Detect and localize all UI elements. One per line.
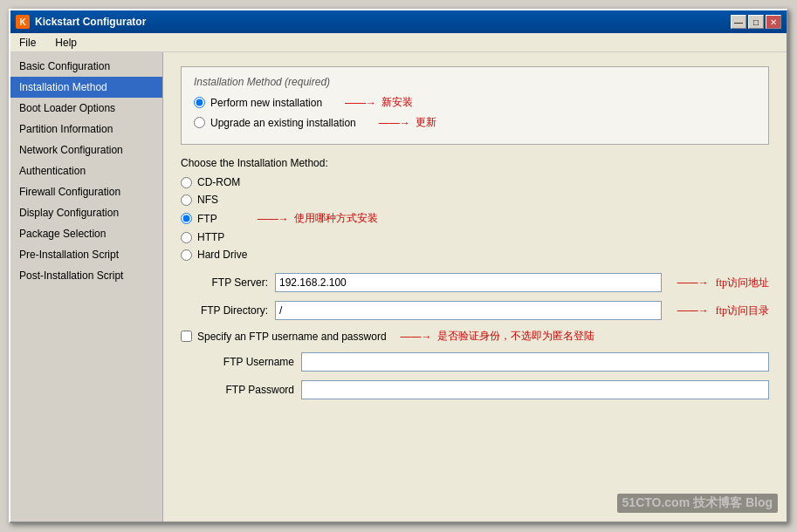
ftp-server-label: FTP Server:	[181, 276, 268, 289]
radio-row-harddrive: Hard Drive	[181, 249, 769, 261]
radio-harddrive[interactable]	[181, 249, 192, 261]
radio-row-ftp: FTP ——→ 使用哪种方式安装	[181, 211, 769, 226]
sidebar-item-bootloader[interactable]: Boot Loader Options	[10, 98, 162, 119]
sidebar-item-auth[interactable]: Authentication	[10, 160, 162, 181]
radio-row-http: HTTP	[181, 231, 769, 243]
upgrade-arrow: ——→	[379, 117, 410, 129]
ftp-dir-note: ftp访问目录	[716, 304, 769, 318]
radio-row-cdrom: CD-ROM	[181, 176, 769, 188]
ftp-arrow: ——→	[258, 213, 289, 225]
upgrade-note: 更新	[416, 115, 436, 130]
menu-file[interactable]: File	[14, 35, 41, 51]
title-bar: K Kickstart Configurator — □ ✕	[10, 10, 787, 33]
radio-row-nfs: NFS	[181, 194, 769, 206]
menu-bar: File Help	[10, 33, 787, 52]
ftp-username-row: FTP Username	[198, 352, 769, 372]
sidebar-item-preinstall[interactable]: Pre-Installation Script	[10, 244, 162, 265]
main-window: K Kickstart Configurator — □ ✕ File Help…	[9, 9, 788, 523]
sidebar-item-postinstall[interactable]: Post-Installation Script	[10, 265, 162, 286]
ftp-server-input[interactable]	[275, 273, 662, 292]
ftp-server-arrow: ——→	[677, 276, 709, 289]
radio-http[interactable]	[181, 232, 192, 243]
radio-cdrom[interactable]	[181, 177, 192, 188]
sidebar-item-network[interactable]: Network Configuration	[10, 140, 162, 160]
ftp-auth-row: Specify an FTP username and password ——→…	[181, 329, 769, 399]
radio-ftp-label[interactable]: FTP	[197, 213, 217, 225]
ftp-auth-note: 是否验证身份，不选即为匿名登陆	[437, 329, 594, 344]
radio-harddrive-label[interactable]: Hard Drive	[197, 249, 247, 261]
window-title: Kickstart Configurator	[35, 16, 146, 28]
ftp-password-input[interactable]	[301, 380, 769, 399]
ftp-username-label: FTP Username	[198, 356, 294, 368]
title-bar-left: K Kickstart Configurator	[16, 15, 146, 29]
radio-nfs[interactable]	[181, 194, 192, 206]
ftp-auth-checkbox-label[interactable]: Specify an FTP username and password	[197, 331, 387, 343]
app-icon: K	[16, 15, 30, 29]
radio-new-install-label[interactable]: Perform new installation	[210, 97, 322, 109]
new-install-note: 新安装	[381, 95, 413, 110]
ftp-auth-checkbox-row: Specify an FTP username and password ——→…	[181, 329, 769, 344]
minimize-button[interactable]: —	[731, 15, 746, 29]
radio-new-install[interactable]	[194, 97, 205, 108]
sidebar-item-display[interactable]: Display Configuration	[10, 202, 162, 223]
close-button[interactable]: ✕	[766, 15, 781, 29]
title-buttons: — □ ✕	[731, 15, 781, 29]
ftp-username-input[interactable]	[301, 352, 769, 372]
main-panel: Installation Method (required) Perform n…	[163, 52, 787, 522]
ftp-password-row: FTP Password	[198, 380, 769, 399]
radio-cdrom-label[interactable]: CD-ROM	[197, 176, 240, 188]
sidebar-item-packages[interactable]: Package Selection	[10, 223, 162, 244]
ftp-password-label: FTP Password	[198, 384, 294, 396]
install-methods: CD-ROM NFS FTP ——→ 使用哪种方式安装	[181, 176, 769, 261]
radio-upgrade-install[interactable]	[194, 117, 205, 128]
radio-nfs-label[interactable]: NFS	[197, 194, 218, 206]
sidebar: Basic Configuration Installation Method …	[10, 52, 163, 522]
content-area: Basic Configuration Installation Method …	[10, 52, 787, 522]
ftp-directory-row: FTP Directory: ——→ ftp访问目录	[181, 301, 769, 320]
radio-ftp[interactable]	[181, 213, 192, 224]
section-title: Installation Method (required)	[194, 76, 756, 88]
new-install-arrow: ——→	[345, 97, 376, 109]
choose-method-title: Choose the Installation Method:	[181, 157, 769, 169]
radio-upgrade-label[interactable]: Upgrade an existing installation	[210, 117, 356, 129]
ftp-directory-label: FTP Directory:	[181, 304, 268, 317]
ftp-directory-input[interactable]	[275, 301, 662, 320]
radio-http-label[interactable]: HTTP	[197, 231, 224, 243]
sidebar-item-basic[interactable]: Basic Configuration	[10, 56, 162, 77]
ftp-server-row: FTP Server: ——→ ftp访问地址	[181, 273, 769, 292]
watermark: 51CTO.com 技术博客 Blog	[617, 494, 778, 513]
sidebar-item-firewall[interactable]: Firewall Configuration	[10, 181, 162, 202]
radio-row-upgrade: Upgrade an existing installation ——→ 更新	[194, 115, 756, 130]
ftp-auth-checkbox[interactable]	[181, 331, 192, 342]
radio-row-new: Perform new installation ——→ 新安装	[194, 95, 756, 110]
sidebar-item-installation[interactable]: Installation Method	[10, 77, 162, 98]
ftp-auth-arrow: ——→	[401, 331, 432, 343]
sidebar-item-partition[interactable]: Partition Information	[10, 119, 162, 140]
menu-help[interactable]: Help	[50, 35, 82, 51]
ftp-method-note: 使用哪种方式安装	[294, 211, 378, 226]
maximize-button[interactable]: □	[748, 15, 764, 29]
ftp-dir-arrow: ——→	[677, 304, 709, 317]
ftp-server-note: ftp访问地址	[716, 276, 769, 290]
